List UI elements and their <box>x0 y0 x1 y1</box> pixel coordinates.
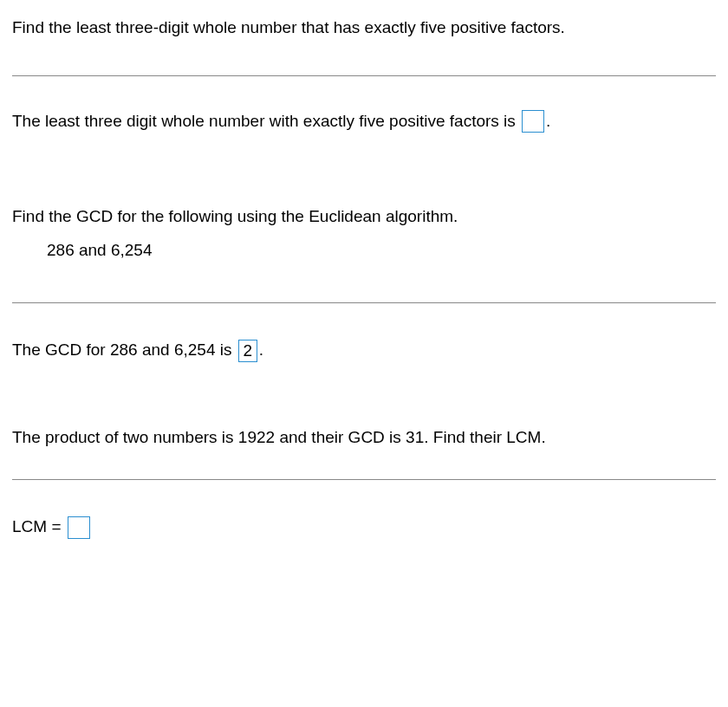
question-3-answer-line: LCM = <box>12 480 716 540</box>
question-2-answer-line: The GCD for 286 and 6,254 is 2. <box>12 303 716 425</box>
q2-answer-input[interactable]: 2 <box>238 340 257 362</box>
question-1-prompt: Find the least three-digit whole number … <box>12 16 716 75</box>
q2-numbers-text: 286 and 6,254 <box>47 241 153 259</box>
question-2-prompt: Find the GCD for the following using the… <box>12 204 716 238</box>
q1-period: . <box>546 112 550 130</box>
q2-answer-prefix: The GCD for 286 and 6,254 is <box>12 341 231 359</box>
q1-answer-input[interactable] <box>522 110 544 133</box>
q1-answer-prefix: The least three digit whole number with … <box>12 112 516 130</box>
q3-answer-input[interactable] <box>68 516 90 539</box>
q1-text: Find the least three-digit whole number … <box>12 18 565 36</box>
question-2-numbers: 286 and 6,254 <box>12 238 716 303</box>
q2-period: . <box>259 341 263 359</box>
q2-text: Find the GCD for the following using the… <box>12 207 458 225</box>
question-3-prompt: The product of two numbers is 1922 and t… <box>12 425 716 480</box>
q3-text: The product of two numbers is 1922 and t… <box>12 428 546 446</box>
q3-answer-prefix: LCM = <box>12 517 62 535</box>
question-1-answer-line: The least three digit whole number with … <box>12 76 716 205</box>
